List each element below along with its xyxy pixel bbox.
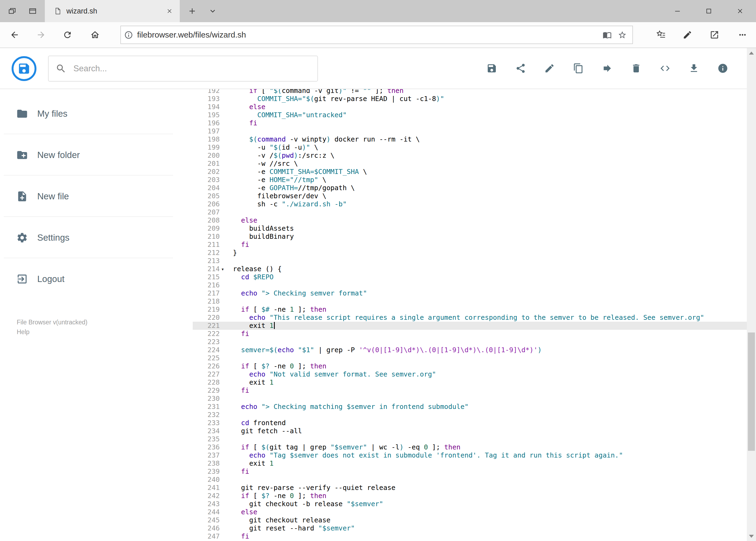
code-text[interactable]: fi xyxy=(226,330,249,338)
address-bar[interactable]: filebrowser.web/files/wizard.sh xyxy=(121,26,633,44)
code-line[interactable]: 220 echo "This release script requires a… xyxy=(193,313,756,322)
code-text[interactable]: exit 1 xyxy=(226,322,275,330)
code-text[interactable]: -w //src \ xyxy=(226,160,298,168)
tab-close-icon[interactable] xyxy=(165,7,174,15)
sidebar-item-my-files[interactable]: My files xyxy=(0,93,193,134)
code-text[interactable]: fi xyxy=(226,119,257,127)
code-line[interactable]: 216 xyxy=(193,281,756,289)
code-editor[interactable]: 192 if [ "$(command -v git)" != "" ]; th… xyxy=(193,89,756,541)
maximize-button[interactable] xyxy=(697,0,721,22)
sidebar-item-new-file[interactable]: New file xyxy=(0,176,193,217)
code-text[interactable] xyxy=(226,354,233,362)
code-line[interactable]: 236 if [ $(git tag | grep "$semver" | wc… xyxy=(193,443,756,451)
back-button[interactable] xyxy=(6,27,23,43)
code-line[interactable]: 228 exit 1 xyxy=(193,378,756,386)
code-line[interactable]: 243 git checkout -b release "$semver" xyxy=(193,500,756,508)
code-line[interactable]: 233 cd frontend xyxy=(193,419,756,427)
code-line[interactable]: 194 else xyxy=(193,103,756,111)
code-text[interactable]: if [ $(git tag | grep "$semver" | wc -l)… xyxy=(226,443,460,451)
code-text[interactable]: echo "Not valid semver format. See semve… xyxy=(226,370,436,378)
hub-button[interactable] xyxy=(653,27,669,43)
code-text[interactable] xyxy=(226,127,233,135)
code-line[interactable]: 247 fi xyxy=(193,532,756,540)
code-line[interactable]: 241 git rev-parse --verify --quiet relea… xyxy=(193,484,756,492)
code-line[interactable]: 242 if [ $? -ne 0 ]; then xyxy=(193,492,756,500)
code-line[interactable]: 196 fi xyxy=(193,119,756,127)
scrollbar-thumb[interactable] xyxy=(748,332,755,451)
code-text[interactable]: echo "Tag $semver does not exist in subm… xyxy=(226,451,623,459)
code-line[interactable]: 227 echo "Not valid semver format. See s… xyxy=(193,370,756,378)
help-link[interactable]: Help xyxy=(17,327,193,337)
code-line[interactable]: 225 xyxy=(193,354,756,362)
tabs-aside-icon[interactable] xyxy=(5,4,20,19)
search-box[interactable] xyxy=(48,56,318,82)
code-line[interactable]: 208 else xyxy=(193,216,756,225)
scroll-up-button[interactable] xyxy=(747,48,756,58)
new-tab-button[interactable] xyxy=(185,4,200,19)
code-line[interactable]: 230 xyxy=(193,395,756,403)
code-line[interactable]: 202 -e COMMIT_SHA=$COMMIT_SHA \ xyxy=(193,168,756,176)
scroll-down-button[interactable] xyxy=(747,531,756,541)
share-button[interactable] xyxy=(514,62,527,75)
code-line[interactable]: 246 git reset --hard "$semver" xyxy=(193,524,756,532)
download-button[interactable] xyxy=(688,62,700,75)
code-line[interactable]: 205 filebrowser/dev \ xyxy=(193,192,756,200)
fold-marker-icon[interactable]: ▾ xyxy=(220,265,226,273)
code-text[interactable]: fi xyxy=(226,386,249,395)
code-text[interactable]: -v /$(pwd):/src:z \ xyxy=(226,152,335,160)
code-line[interactable]: 201 -w //src \ xyxy=(193,160,756,168)
code-line[interactable]: 223 xyxy=(193,338,756,346)
code-line[interactable]: 198 $(command -v winpty) docker run --rm… xyxy=(193,135,756,144)
sidebar-item-settings[interactable]: Settings xyxy=(0,217,193,258)
code-line[interactable]: 199 -u "$(id -u)" \ xyxy=(193,144,756,152)
share-button[interactable] xyxy=(706,27,722,43)
code-text[interactable]: COMMIT_SHA="$(git rev-parse HEAD | cut -… xyxy=(226,95,444,103)
save-button[interactable] xyxy=(486,62,498,75)
code-text[interactable]: filebrowser/dev \ xyxy=(226,192,326,200)
code-line[interactable]: 235 xyxy=(193,435,756,443)
info-button[interactable] xyxy=(717,62,729,75)
web-note-button[interactable] xyxy=(679,27,695,43)
code-text[interactable] xyxy=(226,476,233,484)
code-text[interactable] xyxy=(226,281,233,289)
code-line[interactable]: 206 sh -c "./wizard.sh -b" xyxy=(193,200,756,208)
code-text[interactable] xyxy=(226,411,233,419)
code-line[interactable]: 232 xyxy=(193,411,756,419)
code-line[interactable]: 209 buildAssets xyxy=(193,225,756,233)
favorite-star-icon[interactable] xyxy=(615,27,630,43)
code-line[interactable]: 207 xyxy=(193,208,756,216)
code-line[interactable]: 204 -e GOPATH=//tmp/gopath \ xyxy=(193,184,756,192)
code-text[interactable]: sh -c "./wizard.sh -b" xyxy=(226,200,347,208)
code-text[interactable] xyxy=(226,338,233,346)
code-text[interactable]: echo "> Checking semver format" xyxy=(226,289,367,297)
code-line[interactable]: 218 xyxy=(193,297,756,305)
code-line[interactable]: 238 exit 1 xyxy=(193,459,756,467)
code-text[interactable]: git reset --hard "$semver" xyxy=(226,524,355,532)
code-text[interactable]: buildBinary xyxy=(226,233,294,241)
code-text[interactable]: echo "This release script requires a sin… xyxy=(226,313,704,322)
sidebar-item-new-folder[interactable]: New folder xyxy=(0,134,193,176)
code-text[interactable]: git checkout release xyxy=(226,516,330,524)
code-text[interactable]: fi xyxy=(226,532,249,540)
code-line[interactable]: 212} xyxy=(193,249,756,257)
code-text[interactable] xyxy=(226,257,233,265)
code-text[interactable]: git fetch --all xyxy=(226,427,302,435)
code-line[interactable]: 219 if [ $# -ne 1 ]; then xyxy=(193,305,756,313)
code-text[interactable] xyxy=(226,395,233,403)
code-text[interactable]: COMMIT_SHA="untracked" xyxy=(226,111,347,119)
minimize-button[interactable] xyxy=(665,0,690,22)
code-line[interactable]: 244 else xyxy=(193,508,756,516)
rename-button[interactable] xyxy=(543,62,556,75)
code-text[interactable]: if [ $? -ne 0 ]; then xyxy=(226,362,326,370)
reading-view-icon[interactable] xyxy=(600,27,615,43)
close-button[interactable] xyxy=(728,0,752,22)
code-line[interactable]: 229 fi xyxy=(193,386,756,395)
code-line[interactable]: 192 if [ "$(command -v git)" != "" ]; th… xyxy=(193,89,756,95)
code-text[interactable]: if [ $? -ne 0 ]; then xyxy=(226,492,326,500)
code-text[interactable]: if [ "$(command -v git)" != "" ]; then xyxy=(226,89,403,95)
code-line[interactable]: 221 exit 1 xyxy=(193,322,756,330)
code-line[interactable]: 234 git fetch --all xyxy=(193,427,756,435)
code-line[interactable]: 210 buildBinary xyxy=(193,233,756,241)
code-line[interactable]: 237 echo "Tag $semver does not exist in … xyxy=(193,451,756,459)
code-line[interactable]: 231 echo "> Checking matching $semver in… xyxy=(193,403,756,411)
